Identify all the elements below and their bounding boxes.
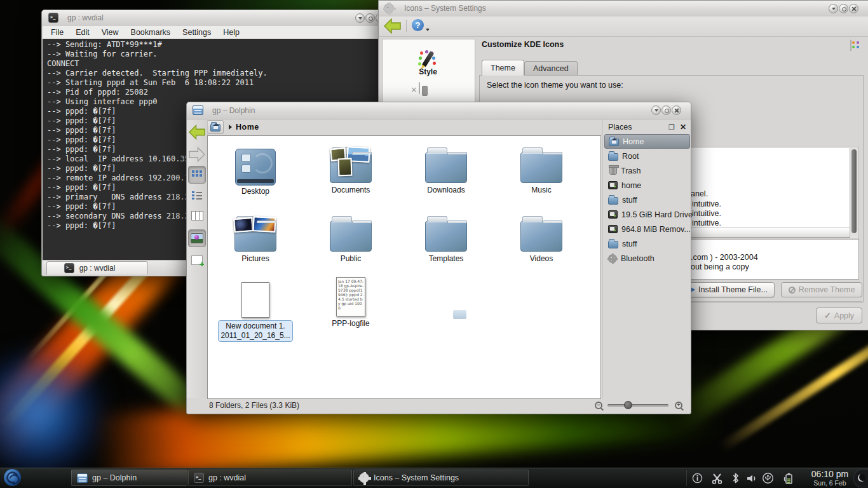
forward-icon[interactable] (189, 147, 205, 162)
file-item-public[interactable]: Public (306, 211, 395, 264)
remove-theme-button[interactable]: Remove Theme (781, 282, 862, 297)
breadcrumb-home-label[interactable]: Home (236, 123, 259, 132)
file-item-downloads[interactable]: Downloads (402, 142, 491, 195)
file-item-label: PPP-logfile (306, 319, 395, 329)
dolphin-maximize-button[interactable] (661, 105, 671, 115)
settings-title: Icons – System Settings (404, 4, 486, 13)
places-panel: Places ❐ ✕ Home Root Trash home stuff 19… (602, 120, 691, 398)
places-item-bluetooth[interactable]: Bluetooth (604, 251, 690, 266)
breadcrumb-home-button[interactable] (207, 120, 224, 134)
places-item-label: stuff (622, 240, 637, 248)
places-item-stuff[interactable]: stuff (604, 193, 690, 207)
terminal-app-icon (194, 473, 204, 483)
file-item-videos[interactable]: Videos (497, 211, 586, 264)
home-folder-icon (609, 139, 619, 146)
places-item-root[interactable]: Root (604, 149, 690, 163)
settings-titlebar[interactable]: Icons – System Settings (379, 1, 868, 17)
tab-advanced[interactable]: Advanced (524, 61, 578, 76)
file-item-pictures[interactable]: Pictures (211, 211, 300, 264)
zoom-slider[interactable] (607, 404, 668, 407)
icons-view-button[interactable] (188, 166, 206, 184)
zoom-out-icon[interactable]: − (595, 402, 602, 409)
clock[interactable]: 06:10 pm Sun, 6 Feb (806, 469, 854, 487)
task-system-settings[interactable]: Icons – System Settings (353, 470, 529, 486)
file-item-ppp-logfile[interactable]: Jan 17 09:47:18 gp-Aspire-5738 pppd[1946… (306, 274, 395, 329)
zoom-slider-knob[interactable] (624, 401, 632, 409)
remove-icon (789, 287, 796, 294)
places-item-home[interactable]: Home (604, 134, 690, 149)
apply-button[interactable]: ✓ Apply (816, 308, 862, 323)
panel-toolbox-cashew[interactable] (853, 470, 868, 487)
file-item-templates[interactable]: Templates (402, 211, 491, 264)
places-item-stuff-2[interactable]: stuff (604, 236, 690, 251)
task-terminal[interactable]: gp : wvdial (188, 470, 352, 486)
terminal-maximize-button[interactable] (365, 13, 375, 23)
dolphin-titlebar[interactable]: gp – Dolphin (187, 102, 691, 119)
view-mode-icon[interactable] (850, 39, 851, 51)
file-item-desktop[interactable]: Desktop (211, 142, 300, 196)
settings-close-button[interactable] (849, 4, 858, 13)
columns-view-button[interactable] (188, 207, 206, 224)
terminal-tab-label: gp : wvdial (79, 264, 116, 273)
install-theme-file-button[interactable]: Install Theme File... (684, 282, 775, 297)
theme-list-fragment: intuitive. (692, 200, 721, 208)
details-view-button[interactable] (188, 186, 206, 204)
zoom-in-icon[interactable]: + (675, 402, 682, 409)
menu-bookmarks[interactable]: Bookmarks (131, 28, 171, 37)
file-item-new-document[interactable]: New document 1. 2011_01_20_16_5... (211, 277, 300, 342)
places-item-home-drive[interactable]: home (604, 178, 690, 193)
terminal-tab[interactable]: gp : wvdial (46, 261, 148, 274)
menu-settings[interactable]: Settings (182, 28, 211, 37)
settings-minimize-button[interactable] (829, 4, 838, 13)
icons-view-icon (192, 170, 202, 179)
back-icon[interactable] (384, 18, 401, 34)
help-dropdown-caret[interactable] (426, 29, 430, 31)
dolphin-file-view[interactable]: Desktop Documents Downloads Music Pictur… (207, 135, 601, 399)
battery-tray-icon[interactable] (782, 472, 794, 484)
dolphin-close-button[interactable] (672, 105, 681, 115)
places-item-trash[interactable]: Trash (604, 163, 690, 178)
file-item-label: Desktop (211, 187, 300, 196)
dolphin-minimize-button[interactable] (651, 105, 661, 115)
float-panel-icon[interactable]: ❐ (668, 123, 675, 132)
menu-view[interactable]: View (102, 28, 119, 37)
close-panel-icon[interactable]: ✕ (680, 123, 686, 132)
selected-file-label: New document 1. 2011_01_20_16_5... (218, 320, 292, 342)
terminal-minimize-button[interactable] (355, 13, 365, 23)
help-icon[interactable]: ? (412, 19, 424, 31)
launcher-button[interactable] (4, 469, 23, 487)
taskbar: gp – Dolphin gp : wvdial Icons – System … (0, 468, 868, 488)
places-item-removable[interactable]: 964.8 MiB Remov... (604, 222, 690, 236)
places-item-hard-drive[interactable]: 19.5 GiB Hard Drive (604, 207, 690, 222)
settings-maximize-button[interactable] (839, 4, 848, 13)
bluetooth-tray-icon[interactable] (729, 472, 742, 484)
apply-label: Apply (834, 311, 854, 320)
hard-drive-icon (608, 210, 618, 219)
sidebar-item-style-label[interactable]: Style (383, 67, 473, 76)
file-item-documents[interactable]: Documents (306, 142, 395, 195)
info-tray-icon[interactable] (691, 472, 703, 484)
volume-tray-icon[interactable] (745, 472, 757, 484)
workspace-appearance-icon[interactable] (419, 83, 420, 94)
install-theme-file-label: Install Theme File... (698, 285, 768, 294)
terminal-titlebar[interactable]: gp : wvdial (42, 10, 385, 27)
tab-theme[interactable]: Theme (482, 60, 524, 76)
menu-edit[interactable]: Edit (76, 28, 90, 37)
split-view-button[interactable] (188, 251, 206, 269)
file-item-label: Videos (497, 254, 586, 264)
scrollbar-thumb[interactable] (851, 149, 857, 233)
preview-icon (191, 233, 203, 243)
folder-icon (608, 197, 618, 205)
klipper-scissors-icon[interactable] (711, 472, 723, 484)
device-notifier-tray-icon[interactable] (762, 472, 774, 484)
file-item-music[interactable]: Music (497, 142, 586, 195)
preview-toggle-button[interactable] (188, 229, 206, 247)
menu-help[interactable]: Help (223, 28, 240, 37)
menu-file[interactable]: File (51, 28, 64, 37)
theme-list-scrollbar[interactable] (850, 148, 858, 237)
back-icon[interactable] (189, 125, 205, 140)
dolphin-toolbar (187, 120, 208, 398)
folder-icon (425, 221, 467, 252)
task-dolphin[interactable]: gp – Dolphin (71, 470, 187, 486)
tab-list-button[interactable] (63, 262, 76, 274)
